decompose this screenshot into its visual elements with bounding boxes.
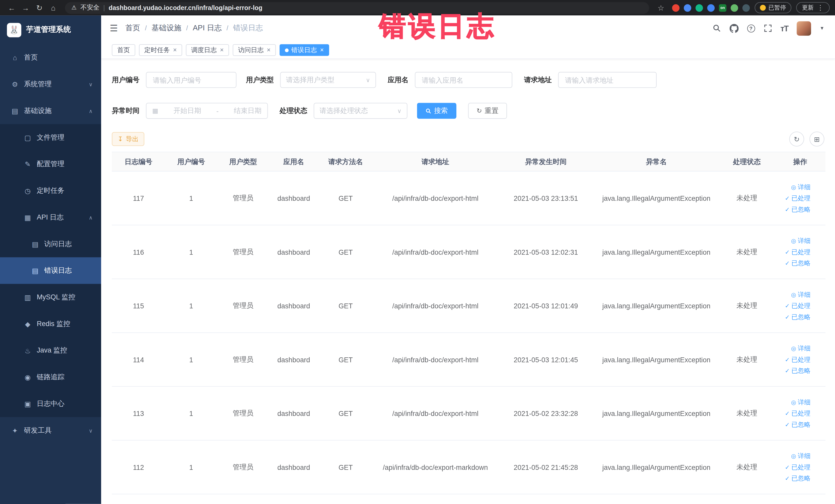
collapse-menu-icon[interactable]: ☰ (109, 23, 118, 34)
ignored-link[interactable]: ✓ 已忽略 (785, 366, 811, 375)
breadcrumb-item-api-log[interactable]: API 日志 (193, 23, 222, 33)
search-button[interactable]: 搜索 (417, 103, 456, 119)
help-icon[interactable]: ? (747, 24, 755, 32)
export-button[interactable]: ↧ 导出 (112, 132, 144, 146)
processed-link[interactable]: ✓ 已处理 (785, 301, 811, 310)
sidebar-item[interactable]: ◷ 定时任务 (0, 177, 101, 204)
sidebar-item[interactable]: ▤ 访问日志 (0, 230, 101, 257)
processed-link[interactable]: ✓ 已处理 (785, 194, 811, 203)
page-tab[interactable]: 错误日志 × (280, 44, 329, 56)
browser-menu-icon[interactable]: ⋮ (817, 4, 824, 12)
avatar[interactable] (797, 21, 811, 36)
ignored-link[interactable]: ✓ 已忽略 (785, 205, 811, 214)
back-icon[interactable]: ← (5, 2, 18, 14)
extension-leaf-icon[interactable] (731, 4, 738, 12)
processed-link[interactable]: ✓ 已处理 (785, 355, 811, 364)
user-id-input[interactable] (146, 72, 237, 88)
sidebar-item[interactable]: ✎ 配置管理 (0, 151, 101, 177)
font-size-icon[interactable]: тT (780, 24, 788, 33)
sidebar-item[interactable]: ▦ API 日志 ∧ (0, 204, 101, 231)
processed-link[interactable]: ✓ 已处理 (785, 409, 811, 418)
sidebar-item[interactable]: ⚙ 系统管理 ∨ (0, 71, 101, 98)
user-type-placeholder: 请选择用户类型 (286, 75, 334, 85)
column-header: 用户类型 (217, 157, 269, 166)
cell-user-type: 管理员 (217, 462, 269, 472)
sidebar-item[interactable]: ◉ 链路追踪 (0, 364, 101, 390)
reset-button[interactable]: ↻ 重置 (468, 103, 507, 119)
extension-blue-icon[interactable] (684, 4, 691, 12)
sidebar-item-label: 错误日志 (44, 266, 72, 275)
ignored-link[interactable]: ✓ 已忽略 (785, 313, 811, 321)
cell-exception-time: 2021-05-02 23:32:28 (498, 409, 594, 417)
process-status-label: 处理状态 (280, 106, 307, 116)
url-text[interactable]: dashboard.yudao.iocoder.cn/infra/log/api… (108, 4, 262, 12)
address-bar[interactable]: ⚠ 不安全 | dashboard.yudao.iocoder.cn/infra… (65, 2, 649, 14)
close-icon[interactable]: × (220, 46, 224, 54)
cell-app-name: dashboard (269, 409, 319, 417)
detail-link[interactable]: ◎ 详细 (791, 451, 811, 460)
processed-link[interactable]: ✓ 已处理 (785, 247, 811, 257)
detail-link[interactable]: ◎ 详细 (791, 183, 811, 191)
cell-process-status: 未处理 (719, 301, 775, 310)
refresh-icon[interactable]: ↻ (33, 2, 46, 14)
paused-badge[interactable]: 已暂停 (755, 2, 791, 13)
ignored-link[interactable]: ✓ 已忽略 (785, 259, 811, 267)
bookmark-star-icon[interactable]: ☆ (655, 2, 667, 14)
close-icon[interactable]: × (320, 46, 324, 54)
sidebar-item[interactable]: ▤ 错误日志 (0, 257, 101, 284)
forward-icon[interactable]: → (19, 2, 32, 14)
detail-link[interactable]: ◎ 详细 (791, 290, 811, 299)
sidebar-item[interactable]: ▣ 日志中心 (0, 390, 101, 417)
sidebar-item[interactable]: ◆ Redis 监控 (0, 311, 101, 337)
process-status-select[interactable]: 请选择处理状态 ∨ (314, 103, 407, 119)
extension-green-icon[interactable] (696, 4, 703, 12)
app-name-input[interactable] (415, 72, 512, 88)
date-start-placeholder: 开始日期 (174, 106, 201, 116)
sidebar-item[interactable]: ✦ 研发工具 ∨ (0, 417, 101, 444)
detail-link[interactable]: ◎ 详细 (791, 398, 811, 407)
sidebar-item[interactable]: ▥ MySQL 监控 (0, 284, 101, 311)
processed-link[interactable]: ✓ 已处理 (785, 463, 811, 472)
security-label[interactable]: 不安全 (80, 3, 100, 12)
avatar-caret-icon[interactable]: ▼ (820, 26, 824, 31)
page-header: ☰ 首页 / 基础设施 / API 日志 / 错误日志 (101, 15, 835, 41)
ignored-link[interactable]: ✓ 已忽略 (785, 420, 811, 429)
sidebar-item[interactable]: ▢ 文件管理 (0, 124, 101, 151)
sidebar-item[interactable]: ♨ Java 监控 (0, 337, 101, 364)
close-icon[interactable]: × (267, 46, 270, 54)
search-icon[interactable] (712, 24, 721, 32)
sidebar-item[interactable]: ▤ 基础设施 ∧ (0, 98, 101, 124)
page-tab[interactable]: 访问日志 × (233, 44, 276, 56)
cell-operations: ◎ 详细 ✓ 已处理 ✓ 已忽略 (775, 344, 826, 375)
exception-time-range-picker[interactable]: ▦ 开始日期 - 结束日期 (146, 103, 268, 119)
home-icon[interactable]: ⌂ (47, 2, 60, 14)
extension-red-icon[interactable] (672, 4, 679, 12)
breadcrumb-item-home[interactable]: 首页 (125, 23, 140, 33)
page-tab[interactable]: 首页 × (112, 44, 135, 56)
extension-grid-icon[interactable] (707, 4, 715, 12)
table-body: 117 1 管理员 dashboard GET /api/infra/db-do… (112, 172, 826, 494)
refresh-table-icon[interactable]: ↻ (789, 132, 804, 146)
extension-on-icon[interactable]: on (719, 4, 727, 12)
close-icon[interactable]: × (173, 46, 177, 54)
detail-link[interactable]: ◎ 详细 (791, 236, 811, 245)
detail-link[interactable]: ◎ 详细 (791, 344, 811, 353)
breadcrumb-item-infra[interactable]: 基础设施 (151, 23, 181, 33)
update-button[interactable]: 更新 ⋮ (796, 2, 830, 13)
request-url-input[interactable] (558, 72, 657, 88)
page-tab[interactable]: 调度日志 × (186, 44, 229, 56)
column-settings-icon[interactable]: ⊞ (810, 132, 824, 146)
sidebar-item[interactable]: ⌂ 首页 (0, 44, 101, 71)
tab-label: 错误日志 (291, 45, 317, 55)
app-logo[interactable]: 🐰 芋道管理系统 (0, 15, 101, 44)
fullscreen-icon[interactable] (763, 24, 772, 32)
ignored-link[interactable]: ✓ 已忽略 (785, 474, 811, 483)
eye-icon: ◎ (791, 291, 796, 298)
cell-user-type: 管理员 (217, 247, 269, 257)
github-icon[interactable] (729, 24, 738, 33)
extension-paw-icon[interactable] (742, 4, 750, 12)
user-type-select[interactable]: 请选择用户类型 ∨ (280, 72, 376, 88)
column-header: 应用名 (269, 157, 319, 166)
sidebar: 🐰 芋道管理系统 ⌂ 首页 ⚙ 系统管理 ∨ (0, 15, 101, 504)
page-tab[interactable]: 定时任务 × (139, 44, 182, 56)
